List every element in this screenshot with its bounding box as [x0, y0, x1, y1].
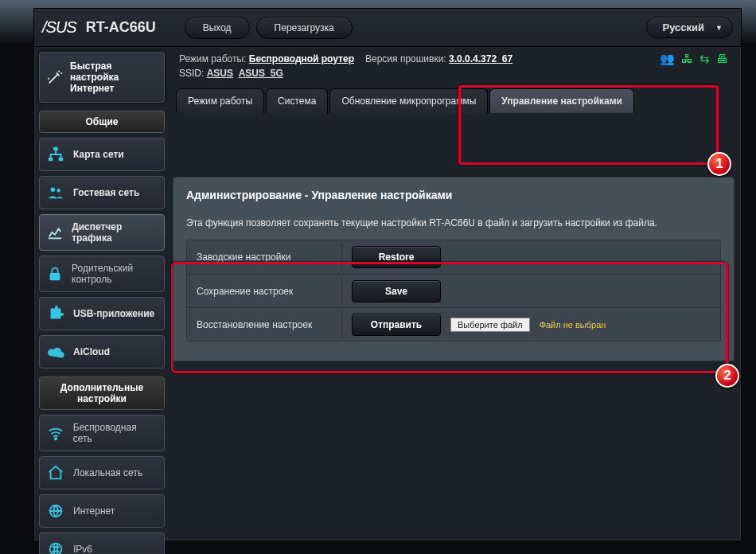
sidebar-item-guest-network[interactable]: Гостевая сеть — [39, 176, 165, 209]
cloud-icon — [46, 342, 65, 361]
annotation-outline-2 — [171, 262, 728, 373]
logout-button[interactable]: Выход — [185, 17, 250, 39]
users-icon — [46, 183, 65, 202]
model-name: RT-AC66U — [86, 19, 156, 36]
svg-point-8 — [50, 544, 62, 554]
sidebar-item-traffic-manager[interactable]: Диспетчер трафика — [39, 214, 165, 251]
ssid-line: SSID: ASUS ASUS_5G — [173, 68, 735, 84]
home-icon — [46, 463, 65, 482]
sidebar-item-wireless[interactable]: Беспроводная сеть — [39, 415, 165, 451]
svg-rect-1 — [49, 158, 53, 162]
printer-icon[interactable]: 🖶 — [716, 52, 728, 66]
section-advanced: Дополнительные настройки — [39, 376, 165, 410]
sidebar: Быстрая настройка Интернет Общие Карта с… — [34, 47, 170, 554]
language-label: Русский — [663, 21, 705, 33]
language-select[interactable]: Русский ▼ — [646, 17, 733, 38]
sidebar-item-ipv6[interactable]: IPv6 — [39, 533, 165, 554]
svg-point-3 — [51, 188, 56, 193]
tab-op-mode[interactable]: Режим работы — [176, 88, 264, 113]
status-bar: Режим работы: Беспроводной роутер Версия… — [173, 47, 735, 68]
sidebar-item-usb[interactable]: USB-приложение — [39, 297, 165, 330]
chevron-down-icon: ▼ — [715, 24, 723, 32]
tab-system[interactable]: Система — [266, 88, 328, 113]
svg-point-4 — [57, 189, 60, 192]
clients-icon[interactable]: 👥 — [660, 52, 675, 66]
qis-button[interactable]: Быстрая настройка Интернет — [39, 52, 165, 103]
panel-desc: Эта функция позволяет сохранять текущие … — [186, 217, 721, 228]
link-icon[interactable]: 🖧 — [681, 52, 693, 66]
main-content: Режим работы: Беспроводной роутер Версия… — [170, 47, 741, 554]
ssid-5g[interactable]: ASUS_5G — [239, 68, 283, 79]
ssid-2g[interactable]: ASUS — [207, 68, 233, 79]
op-mode-link[interactable]: Беспроводной роутер — [249, 53, 354, 64]
wand-icon — [46, 68, 64, 87]
lock-icon — [46, 264, 64, 283]
sidebar-item-parental[interactable]: Родительский контроль — [39, 256, 165, 292]
puzzle-icon — [46, 304, 65, 323]
wifi-icon — [46, 423, 65, 443]
svg-rect-2 — [59, 158, 64, 162]
sidebar-item-lan[interactable]: Локальная сеть — [39, 456, 165, 490]
svg-rect-0 — [53, 147, 58, 151]
brand-logo: /SUS — [42, 18, 76, 37]
annotation-outline-1 — [458, 85, 719, 165]
header-bar: /SUS RT-AC66U Выход Перезагрузка Русский… — [34, 9, 741, 47]
globe-icon — [46, 501, 65, 521]
annotation-badge-1: 1 — [707, 152, 731, 176]
sidebar-item-aicloud[interactable]: AiCloud — [39, 335, 165, 369]
panel-title: Администрирование - Управление настройка… — [186, 189, 721, 201]
fw-link[interactable]: 3.0.0.4.372_67 — [449, 53, 512, 64]
chart-icon — [46, 223, 64, 242]
svg-rect-5 — [50, 273, 60, 280]
svg-point-6 — [55, 438, 57, 439]
section-general: Общие — [39, 111, 165, 133]
ipv6-icon — [46, 540, 65, 554]
usb-status-icon[interactable]: ⇆ — [699, 52, 710, 66]
reboot-button[interactable]: Перезагрузка — [256, 17, 353, 39]
sidebar-item-network-map[interactable]: Карта сети — [39, 138, 165, 171]
network-icon — [46, 145, 65, 164]
sidebar-item-wan[interactable]: Интернет — [39, 494, 165, 528]
annotation-badge-2: 2 — [715, 364, 739, 388]
